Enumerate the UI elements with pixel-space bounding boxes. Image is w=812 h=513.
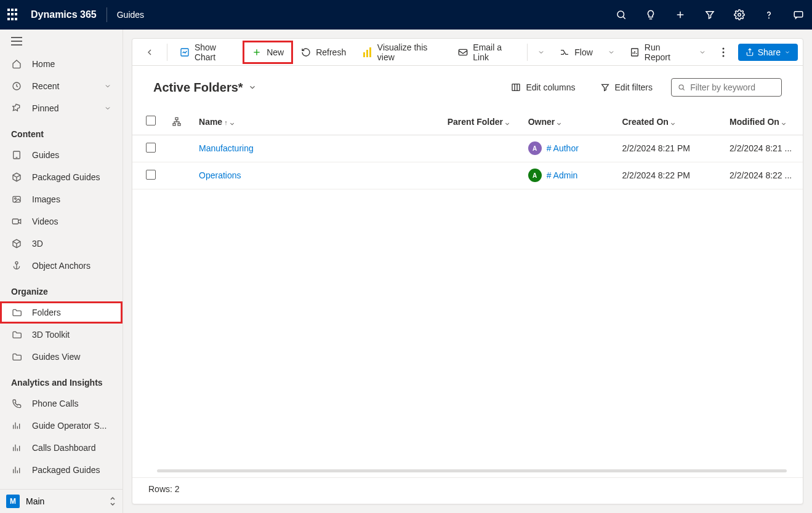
- avatar: A: [528, 169, 542, 182]
- svg-rect-49: [175, 117, 178, 119]
- folder-name-link[interactable]: Operations: [199, 170, 241, 180]
- filter-icon[interactable]: [704, 9, 716, 21]
- table-row[interactable]: ManufacturingA# Author2/2/2024 8:21 PM2/…: [132, 135, 803, 162]
- more-commands-button[interactable]: [716, 44, 731, 61]
- report-chevron[interactable]: [694, 45, 711, 60]
- sidebar-item-packaged-guides[interactable]: Packaged Guides: [0, 459, 123, 481]
- view-header: Active Folders* Edit columns Edit filter…: [132, 66, 803, 109]
- help-icon[interactable]: [763, 9, 775, 21]
- view-title-selector[interactable]: Active Folders*: [153, 81, 257, 95]
- sidebar-item-3d[interactable]: 3D: [0, 233, 123, 255]
- site-switcher[interactable]: M Main: [0, 489, 123, 513]
- row-checkbox[interactable]: [146, 170, 156, 180]
- share-button[interactable]: Share: [738, 44, 798, 61]
- refresh-button[interactable]: Refresh: [294, 42, 353, 62]
- col-name-header[interactable]: Name↑⌵: [191, 109, 440, 135]
- folder-name-link[interactable]: Manufacturing: [199, 143, 254, 153]
- sidebar-item-guides[interactable]: Guides: [0, 144, 123, 166]
- svg-rect-35: [369, 47, 371, 57]
- svg-line-1: [623, 17, 625, 18]
- select-all-checkbox[interactable]: [146, 116, 156, 125]
- avatar: A: [528, 141, 542, 155]
- edit-columns-button[interactable]: Edit columns: [505, 79, 581, 96]
- filter-keyword-box[interactable]: [671, 78, 782, 97]
- sidebar-item-label: Packaged Guides: [32, 465, 100, 475]
- horizontal-scrollbar[interactable]: [157, 469, 787, 472]
- chart-icon: [11, 420, 22, 431]
- visualize-button[interactable]: Visualize this view: [356, 42, 448, 62]
- hamburger-icon[interactable]: [11, 37, 111, 46]
- anchor-icon: [11, 260, 22, 271]
- col-created-header[interactable]: Created On⌵: [614, 109, 722, 135]
- divider: [107, 7, 107, 22]
- sidebar-item-label: Packaged Guides: [32, 172, 100, 182]
- lightbulb-icon[interactable]: [645, 9, 657, 21]
- sidebar-item-label: Guides View: [32, 352, 80, 362]
- run-report-button[interactable]: Run Report: [622, 42, 691, 62]
- sidebar-item-label: Videos: [32, 217, 58, 226]
- sidebar-item-label: Object Anchors: [32, 261, 90, 271]
- sidebar-item-label: Guide Operator S...: [32, 421, 107, 431]
- email-chevron[interactable]: [533, 45, 550, 60]
- edit-filters-button[interactable]: Edit filters: [594, 79, 659, 96]
- chat-icon[interactable]: [792, 9, 805, 21]
- sidebar-item-object-anchors[interactable]: Object Anchors: [0, 255, 123, 277]
- home-icon: [11, 58, 22, 70]
- sidebar-item-videos[interactable]: Videos: [0, 210, 123, 233]
- gear-icon[interactable]: [733, 9, 746, 21]
- sidebar-item-calls-dashboard[interactable]: Calls Dashboard: [0, 437, 123, 459]
- app-launcher-icon[interactable]: [7, 9, 20, 21]
- new-button[interactable]: New: [244, 42, 291, 62]
- svg-rect-33: [363, 52, 365, 57]
- chevron-down-icon: [104, 105, 111, 112]
- powerbi-icon: [363, 47, 372, 57]
- sidebar-item-3d-toolkit[interactable]: 3D Toolkit: [0, 324, 123, 346]
- flow-chevron[interactable]: [603, 45, 620, 60]
- report-icon: [630, 47, 640, 57]
- chart-icon: [180, 47, 190, 57]
- svg-point-4: [738, 14, 741, 17]
- sidebar-item-pinned[interactable]: Pinned: [0, 97, 123, 119]
- sidebar-item-home[interactable]: Home: [0, 53, 123, 75]
- svg-rect-50: [173, 123, 175, 125]
- svg-rect-51: [178, 123, 180, 125]
- owner-link[interactable]: # Admin: [547, 170, 578, 180]
- refresh-icon: [301, 47, 311, 57]
- search-icon: [678, 83, 685, 92]
- svg-line-48: [683, 89, 684, 90]
- row-checkbox[interactable]: [146, 143, 156, 153]
- content-panel: Show Chart New Refresh Visualize this vi…: [132, 38, 803, 504]
- svg-point-43: [722, 55, 724, 57]
- sidebar-item-recent[interactable]: Recent: [0, 75, 123, 97]
- table-footer: Rows: 2: [132, 477, 803, 504]
- email-link-button[interactable]: Email a Link: [451, 42, 522, 62]
- show-chart-button[interactable]: Show Chart: [172, 42, 242, 62]
- svg-point-16: [15, 261, 18, 264]
- search-icon[interactable]: [615, 9, 627, 21]
- site-label: Main: [26, 496, 44, 506]
- sidebar-item-label: Guides: [32, 150, 59, 160]
- table-row[interactable]: OperationsA# Admin2/2/2024 8:22 PM2/2/20…: [132, 162, 803, 189]
- chevron-down-icon: [248, 83, 257, 92]
- plus-icon: [252, 47, 262, 57]
- col-modified-header[interactable]: Modified On⌵: [722, 109, 803, 135]
- sidebar-item-label: Folders: [32, 308, 61, 317]
- sidebar-item-folders[interactable]: Folders: [0, 301, 123, 324]
- app-sub-name: Guides: [117, 10, 144, 20]
- add-icon[interactable]: [674, 9, 686, 21]
- back-button[interactable]: [137, 42, 162, 62]
- parent-folder-cell: [440, 135, 521, 162]
- sidebar-item-phone-calls[interactable]: Phone Calls: [0, 392, 123, 415]
- share-icon: [746, 48, 754, 57]
- sidebar-item-packaged-guides[interactable]: Packaged Guides: [0, 166, 123, 188]
- col-parent-header[interactable]: Parent Folder⌵: [440, 109, 521, 135]
- svg-point-41: [722, 47, 724, 49]
- sidebar-item-guide-operator-s-[interactable]: Guide Operator S...: [0, 415, 123, 437]
- owner-link[interactable]: # Author: [547, 143, 579, 153]
- sidebar-item-guides-view[interactable]: Guides View: [0, 346, 123, 368]
- flow-button[interactable]: Flow: [552, 42, 600, 62]
- sidebar-item-label: Home: [32, 59, 55, 69]
- col-owner-header[interactable]: Owner⌵: [521, 109, 615, 135]
- filter-keyword-input[interactable]: [690, 82, 775, 92]
- sidebar-item-images[interactable]: Images: [0, 188, 123, 210]
